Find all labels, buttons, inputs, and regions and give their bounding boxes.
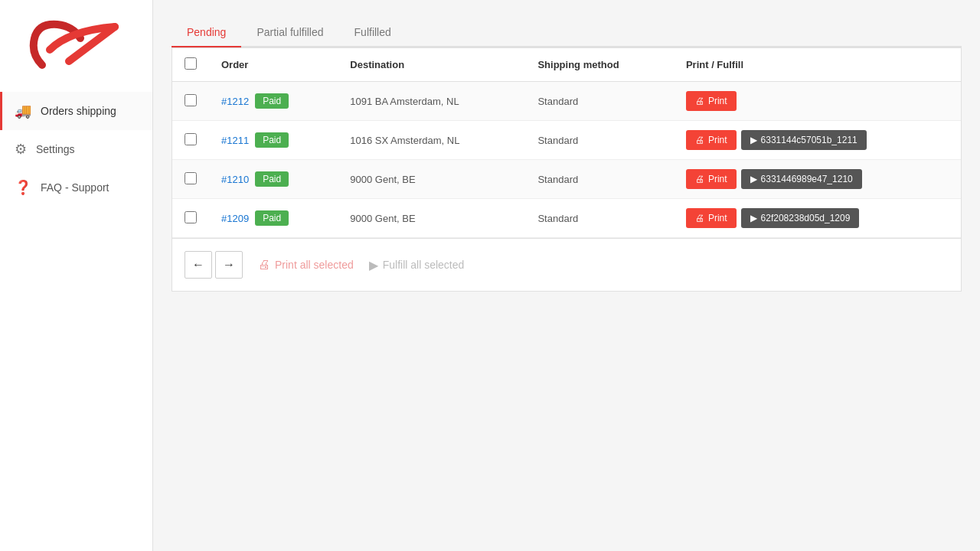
col-shipping-method: Shipping method (525, 48, 673, 82)
fulfill-button[interactable]: ▶ 6331144c57051b_1211 (741, 130, 867, 150)
print-fulfill-cell: 🖨 Print▶ 6331446989e47_1210 (674, 160, 961, 199)
main-content: Pending Partial fulfilled Fulfilled Orde… (153, 0, 980, 551)
destination-cell: 9000 Gent, BE (338, 160, 525, 199)
sidebar-item-faq[interactable]: ❓ FAQ - Support (0, 168, 152, 207)
pagination-controls: ← → (185, 251, 243, 279)
tab-partial-fulfilled[interactable]: Partial fulfilled (241, 18, 338, 47)
shipping-method-cell: Standard (525, 121, 673, 160)
print-fulfill-cell: 🖨 Print (674, 82, 961, 121)
col-order: Order (209, 48, 338, 82)
status-badge: Paid (255, 171, 289, 187)
table-header-row: Order Destination Shipping method Print … (172, 48, 961, 82)
destination-cell: 1016 SX Amsterdam, NL (338, 121, 525, 160)
tab-bar: Pending Partial fulfilled Fulfilled (172, 18, 962, 47)
bulk-print-label: Print all selected (275, 259, 354, 271)
truck-icon: 🚚 (15, 103, 31, 119)
row-checkbox-cell (172, 160, 209, 199)
tab-fulfilled[interactable]: Fulfilled (339, 18, 407, 47)
bulk-print-icon: 🖨 (258, 258, 270, 272)
print-fulfill-cell: 🖨 Print▶ 62f208238d05d_1209 (674, 199, 961, 238)
next-page-button[interactable]: → (215, 251, 243, 279)
order-cell: #1212Paid (209, 82, 338, 121)
sidebar-item-label: Orders shipping (41, 105, 116, 117)
print-button[interactable]: 🖨 Print (686, 169, 737, 189)
shipping-method-cell: Standard (525, 82, 673, 121)
question-icon: ❓ (15, 179, 31, 196)
bulk-fulfill-button[interactable]: ▶ Fulfill all selected (369, 258, 465, 272)
row-checkbox[interactable] (185, 133, 197, 145)
print-button[interactable]: 🖨 Print (686, 91, 737, 111)
shipping-method-cell: Standard (525, 199, 673, 238)
status-badge: Paid (255, 93, 289, 109)
brand-logo (27, 15, 126, 77)
print-icon: 🖨 (695, 135, 704, 145)
sidebar-item-label: Settings (36, 143, 75, 155)
fulfill-button[interactable]: ▶ 6331446989e47_1210 (741, 169, 862, 189)
bulk-fulfill-label: Fulfill all selected (383, 259, 465, 271)
table-row: #1210Paid9000 Gent, BEStandard🖨 Print▶ 6… (172, 160, 961, 199)
col-print-fulfill: Print / Fulfill (674, 48, 961, 82)
table-row: #1211Paid1016 SX Amsterdam, NLStandard🖨 … (172, 121, 961, 160)
tab-pending[interactable]: Pending (172, 18, 241, 47)
logo-container (0, 0, 152, 92)
order-link[interactable]: #1212 (221, 96, 249, 107)
order-cell: #1210Paid (209, 160, 338, 199)
order-cell: #1209Paid (209, 199, 338, 238)
bulk-print-button[interactable]: 🖨 Print all selected (258, 258, 354, 272)
col-destination: Destination (338, 48, 525, 82)
print-fulfill-cell: 🖨 Print▶ 6331144c57051b_1211 (674, 121, 961, 160)
row-checkbox-cell (172, 199, 209, 238)
sidebar-item-orders-shipping[interactable]: 🚚 Orders shipping (0, 92, 152, 130)
row-checkbox-cell (172, 121, 209, 160)
destination-cell: 9000 Gent, BE (338, 199, 525, 238)
row-checkbox[interactable] (185, 172, 197, 184)
order-link[interactable]: #1209 (221, 213, 249, 224)
orders-table-container: Order Destination Shipping method Print … (172, 47, 962, 292)
row-checkbox[interactable] (185, 211, 197, 223)
status-badge: Paid (255, 210, 289, 226)
sidebar-item-label: FAQ - Support (41, 181, 109, 194)
print-button[interactable]: 🖨 Print (686, 208, 737, 228)
order-cell: #1211Paid (209, 121, 338, 160)
order-link[interactable]: #1210 (221, 174, 249, 185)
fulfill-icon: ▶ (750, 213, 757, 223)
orders-table: Order Destination Shipping method Print … (172, 48, 961, 238)
prev-page-button[interactable]: ← (185, 251, 212, 279)
row-checkbox-cell (172, 82, 209, 121)
order-link[interactable]: #1211 (221, 135, 249, 146)
table-row: #1212Paid1091 BA Amsterdam, NLStandard🖨 … (172, 82, 961, 121)
sidebar-item-settings[interactable]: ⚙ Settings (0, 130, 152, 168)
print-icon: 🖨 (695, 96, 704, 106)
gear-icon: ⚙ (15, 141, 27, 158)
status-badge: Paid (255, 132, 289, 148)
fulfill-button[interactable]: ▶ 62f208238d05d_1209 (741, 208, 860, 228)
sidebar-navigation: 🚚 Orders shipping ⚙ Settings ❓ FAQ - Sup… (0, 92, 152, 207)
print-icon: 🖨 (695, 174, 704, 184)
select-all-checkbox[interactable] (185, 57, 197, 70)
bulk-action-row: ← → 🖨 Print all selected ▶ Fulfill all s… (172, 238, 961, 291)
print-button[interactable]: 🖨 Print (686, 130, 737, 150)
fulfill-icon: ▶ (750, 174, 757, 184)
table-row: #1209Paid9000 Gent, BEStandard🖨 Print▶ 6… (172, 199, 961, 238)
destination-cell: 1091 BA Amsterdam, NL (338, 82, 525, 121)
fulfill-icon: ▶ (750, 135, 757, 145)
bulk-fulfill-icon: ▶ (369, 258, 378, 272)
print-icon: 🖨 (695, 213, 704, 223)
table-body: #1212Paid1091 BA Amsterdam, NLStandard🖨 … (172, 82, 961, 238)
row-checkbox[interactable] (185, 94, 197, 106)
sidebar: 🚚 Orders shipping ⚙ Settings ❓ FAQ - Sup… (0, 0, 153, 551)
shipping-method-cell: Standard (525, 160, 673, 199)
col-checkbox (172, 48, 209, 82)
